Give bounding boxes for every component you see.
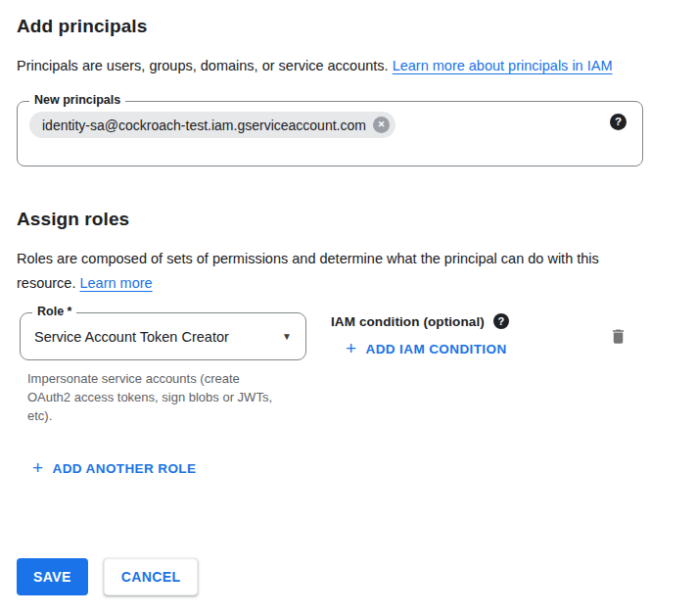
iam-condition-label-row: IAM condition (optional) ?	[331, 312, 509, 329]
role-row: Role * Service Account Token Creator ▼ I…	[20, 312, 681, 425]
assign-roles-title: Assign roles	[17, 209, 681, 230]
new-principals-field[interactable]: New principals identity-sa@cockroach-tes…	[17, 101, 643, 166]
save-button[interactable]: SAVE	[17, 558, 88, 595]
cancel-button[interactable]: CANCEL	[104, 558, 199, 595]
role-select[interactable]: Role * Service Account Token Creator ▼	[20, 312, 306, 360]
add-another-role-label: ADD ANOTHER ROLE	[53, 461, 197, 476]
principals-description-text: Principals are users, groups, domains, o…	[17, 58, 389, 73]
action-buttons: SAVE CANCEL	[17, 558, 198, 595]
iam-condition-label: IAM condition (optional)	[331, 314, 485, 329]
page-title: Add principals	[17, 0, 681, 37]
roles-description: Roles are composed of sets of permission…	[17, 247, 606, 296]
remove-principal-button[interactable]: ✕	[373, 117, 390, 133]
plus-icon: +	[346, 342, 357, 355]
help-icon[interactable]: ?	[610, 114, 627, 130]
role-selected-value: Service Account Token Creator	[34, 329, 282, 345]
iam-condition-column: IAM condition (optional) ? + ADD IAM CON…	[331, 312, 509, 359]
learn-more-roles-link[interactable]: Learn more	[79, 275, 152, 291]
add-iam-condition-label: ADD IAM CONDITION	[366, 342, 507, 356]
role-column: Role * Service Account Token Creator ▼ I…	[20, 312, 309, 425]
learn-more-principals-link[interactable]: Learn more about principals in IAM	[393, 58, 613, 73]
role-label: Role *	[32, 305, 76, 319]
trash-icon	[609, 326, 628, 347]
plus-icon: +	[32, 461, 44, 475]
principal-chip[interactable]: identity-sa@cockroach-test.iam.gservicea…	[29, 112, 396, 138]
add-principals-panel: Add principals Principals are users, gro…	[0, 0, 698, 616]
add-another-role-button[interactable]: + ADD ANOTHER ROLE	[32, 461, 196, 476]
role-helper-text: Impersonate service accounts (create OAu…	[20, 369, 279, 425]
principals-description: Principals are users, groups, domains, o…	[17, 54, 637, 78]
principal-chip-value: identity-sa@cockroach-test.iam.gservicea…	[42, 118, 366, 133]
delete-role-button[interactable]	[609, 326, 628, 347]
new-principals-label: New principals	[29, 93, 125, 108]
close-icon: ✕	[378, 120, 386, 129]
chevron-down-icon: ▼	[282, 332, 292, 342]
help-icon[interactable]: ?	[493, 313, 509, 329]
add-iam-condition-button[interactable]: + ADD IAM CONDITION	[346, 342, 507, 356]
